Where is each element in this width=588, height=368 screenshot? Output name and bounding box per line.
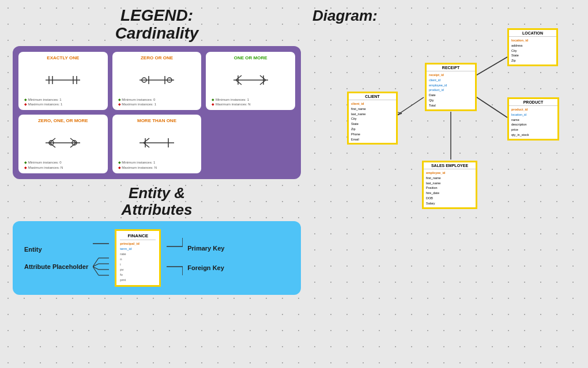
diagram-area: CLIENT client_id first_name last_name Ci… <box>312 28 581 361</box>
card-legend-one-or-more: ◆ Minimum instances: 1 ◆ Maximum instanc… <box>209 97 292 107</box>
entity-section: Entity & Attributes Entity Attribute Pla… <box>7 185 307 295</box>
db-entity-body-sales-employee: employee_id first_name last_name Positio… <box>424 169 476 207</box>
db-entity-sales-employee: SALES EMPLOYEE employee_id first_name la… <box>422 161 477 209</box>
card-zero-or-one: ZERO OR ONE ◆ Minimum in <box>112 52 202 111</box>
card-legend-more-than-one: ◆ Minimum instances: 1 ◆ Maximum instanc… <box>116 160 198 170</box>
entity-arrows-left <box>93 235 110 281</box>
svg-line-13 <box>236 80 242 85</box>
card-title-zero-or-one: ZERO OR ONE <box>141 55 173 60</box>
entity-labels-right: Primary Key Foreign Key <box>187 245 224 271</box>
right-panel: Diagram: CLIENT <box>312 7 581 361</box>
card-more-than-one: MORE THAN ONE ◆ Minimum <box>112 115 202 173</box>
entity-diagram: Entity Attribute Placeholder <box>24 229 289 287</box>
main-container: LEGEND: Cardinality EXACTLY ONE <box>0 0 588 368</box>
card-legend-zero-one-or-more: ◆ Minimum instances: 0 ◆ Maximum instanc… <box>22 160 104 170</box>
db-entity-title-sales-employee: SALES EMPLOYEE <box>424 162 476 169</box>
card-diagram-more-than-one <box>116 126 198 160</box>
db-entity-title-location: LOCATION <box>509 30 556 37</box>
entity-labels-left: Entity Attribute Placeholder <box>24 246 88 270</box>
legend-box: EXACTLY ONE <box>13 46 301 180</box>
diagram-title: Diagram: <box>312 7 581 25</box>
svg-line-42 <box>398 97 424 115</box>
db-entity-body-location: location_id address City State Zip <box>509 37 556 65</box>
card-diagram-zero-one-or-more <box>22 126 104 160</box>
db-entity-product: PRODUCT product_id location_id name desc… <box>507 97 559 141</box>
entity-label-attribute: Attribute Placeholder <box>24 263 88 270</box>
entity-arrows-right <box>165 235 183 281</box>
db-entity-receipt: RECEIPT receipt_id client_id employee_id… <box>425 63 477 111</box>
finance-fk: term_id <box>120 246 156 252</box>
left-panel: LEGEND: Cardinality EXACTLY ONE <box>7 7 307 361</box>
card-diagram-exactly-one <box>22 63 104 97</box>
db-entity-body-receipt: receipt_id client_id employee_id product… <box>427 71 475 109</box>
card-title-zero-one-or-more: ZERO, ONE, OR MORE <box>38 118 88 123</box>
svg-line-15 <box>260 75 266 80</box>
svg-line-16 <box>260 80 266 85</box>
legend-title: LEGEND: Cardinality <box>115 7 199 43</box>
entity-label-pk: Primary Key <box>187 245 224 252</box>
entity-label-entity: Entity <box>24 246 88 253</box>
card-diagram-one-or-more <box>209 63 292 97</box>
db-entity-location: LOCATION location_id address City State … <box>507 28 558 66</box>
db-entity-title-product: PRODUCT <box>509 99 557 106</box>
entity-box: Entity Attribute Placeholder <box>13 221 301 295</box>
legend-section: LEGEND: Cardinality EXACTLY ONE <box>7 7 307 179</box>
entity-label-fk: Foreign Key <box>187 264 224 271</box>
finance-entity-title: FINANCE <box>120 233 156 240</box>
card-diagram-zero-or-one <box>116 63 198 97</box>
finance-entity-attrs: principal_id term_id rate n i pv fv pmt <box>120 241 156 283</box>
svg-line-26 <box>144 138 149 143</box>
svg-line-27 <box>144 143 149 147</box>
card-title-exactly-one: EXACTLY ONE <box>47 55 79 60</box>
card-zero-one-or-more: ZERO, ONE, OR MORE <box>18 115 108 173</box>
db-entity-client: CLIENT client_id first_name last_name Ci… <box>347 92 398 145</box>
card-title-one-or-more: ONE OR MORE <box>234 55 267 60</box>
finance-entity-box: FINANCE principal_id term_id rate n i pv… <box>115 229 161 287</box>
card-legend-zero-or-one: ◆ Minimum instances: 0 ◆ Maximum instanc… <box>116 97 198 107</box>
db-entity-title-receipt: RECEIPT <box>427 65 475 71</box>
card-legend-exactly-one: ◆ Minimum instances: 1 ◆ Maximum instanc… <box>22 97 104 107</box>
card-exactly-one: EXACTLY ONE <box>18 52 108 111</box>
finance-pk: principal_id <box>120 241 156 246</box>
card-title-more-than-one: MORE THAN ONE <box>137 118 176 123</box>
db-entity-title-client: CLIENT <box>349 93 396 100</box>
db-entity-body-product: product_id location_id name description … <box>509 106 557 139</box>
entity-title: Entity & Attributes <box>122 185 193 218</box>
db-entity-body-client: client_id first_name last_name City Stat… <box>349 100 396 143</box>
card-one-or-more: ONE OR MORE <box>206 52 295 111</box>
svg-line-12 <box>236 75 242 80</box>
